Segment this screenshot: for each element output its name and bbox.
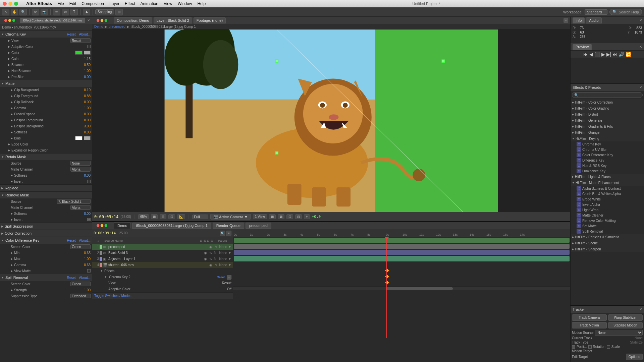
ep-cat-keying-header[interactable]: ▼ HitFilm - Keying [571,135,644,141]
sr-strength-value[interactable]: 1.00 [80,288,91,292]
breadcrumb-precomped[interactable]: precomped [109,25,125,28]
pre-blur-value[interactable]: 0.00 [80,75,91,79]
preview-first[interactable]: ⏮ [583,52,588,57]
ep-cat-color-correction-header[interactable]: ▶ HitFilm - Color Correction [571,99,644,105]
ep-item-light-wrap[interactable]: ⬡ Light Wrap [571,207,644,213]
ep-item-chroma-key[interactable]: ⬡ Chroma Key [571,141,644,147]
tl-close[interactable] [97,224,99,227]
erode-value[interactable]: 0.00 [80,112,91,116]
panel-close[interactable] [4,19,7,21]
tool-camera[interactable]: 📷 [41,9,48,15]
ep-cat-lights-header[interactable]: ▶ HitFilm - Lights & Flares [571,174,644,180]
track-bar-3[interactable] [234,250,570,255]
tracker-scale-check[interactable] [607,345,610,349]
layer-name-4[interactable]: shutter...646.mov [108,263,208,267]
scrollbar-thumb[interactable] [386,287,453,290]
retain-source-select[interactable]: None [70,161,91,166]
camera-btn[interactable]: 📷 Active Camera ▼ [210,214,251,220]
ep-cat-lights-toggle[interactable]: ▶ [572,175,574,178]
panel-maximize[interactable] [12,19,15,21]
remove-mask-header[interactable]: ▼ Remove Mask [0,192,92,198]
retain-invert-check[interactable] [87,180,91,183]
cdk-toggle[interactable]: ▼ [1,239,4,242]
snapping-icon[interactable]: ⊞ [115,9,123,15]
timeline-traffic-lights[interactable] [97,224,107,227]
layer-row-3[interactable]: 3 ▣ Adjustm... Layer 1 ◉ ✎ fx None ▼ [92,256,233,262]
ep-cat-scene-header[interactable]: ▶ HitFilm - Scene [571,240,644,246]
audio-tab[interactable]: Audio [586,17,601,23]
clip-rollback-expand[interactable]: ▶ [11,101,13,104]
layer-switch-4a[interactable]: ◉ [208,263,213,267]
footage-tab[interactable]: Footage: (none) [194,17,226,23]
snapping-toggle[interactable]: Snapping [95,9,114,14]
adaptive-color-check[interactable] [87,45,91,48]
ep-cat-distort-toggle[interactable]: ▶ [572,113,574,116]
timeline-tab-demo[interactable]: Demo [114,223,131,229]
ep-item-crush-b[interactable]: ⬡ Crush B... & Whites Alpha [571,191,644,196]
cdk-screen-select[interactable]: Green [70,244,91,249]
rm-source-select[interactable]: 7. Black Solid 2 [57,199,91,204]
retain-invert-expand[interactable]: ▶ [11,180,13,183]
workspace-select[interactable]: Standard [585,9,608,15]
layer-switch-1a[interactable]: ◉ [208,245,213,249]
ep-cat-keying[interactable]: ▼ HitFilm - Keying ⬡ Chroma Key ⬡ Chroma… [571,135,644,174]
retain-softness-value[interactable]: 0.00 [80,174,91,177]
tool-rotate[interactable]: ⟳ [32,9,39,15]
cdk-reset[interactable]: Reset [67,239,75,242]
layer-search[interactable]: 🔍 [220,231,225,236]
bias-expand[interactable]: ▶ [11,137,13,140]
gain-expand[interactable]: ▶ [8,57,10,60]
layer-parent-1[interactable]: None ▼ [219,245,231,249]
handle-ml[interactable] [275,152,278,154]
ep-item-matte-cleaner[interactable]: ⬡ Matte Cleaner [571,213,644,218]
pre-blur-expand[interactable]: ▶ [8,75,10,78]
layer-row-2[interactable]: 2 ▭ Black Solid 3 ◉ ✎ fx None ▼ [92,250,233,256]
preview-close[interactable]: ✕ [639,45,642,49]
menu-file[interactable]: File [57,1,64,6]
panel-minimize[interactable] [8,19,11,21]
cdk-header[interactable]: ▼ Color Difference Key Reset About... [0,237,92,244]
viewer-maximize[interactable] [105,19,107,21]
layer-tab[interactable]: Layer: Black Solid 2 [154,17,192,23]
layer-switch-4b[interactable]: ✎ [214,263,218,267]
ep-cat-sharpen-toggle[interactable]: ▶ [572,248,574,251]
chroma-key-about[interactable]: About... [79,33,91,36]
maximize-btn[interactable] [14,2,18,6]
retain-mask-toggle[interactable]: ▼ [1,156,4,159]
playhead[interactable] [386,237,387,338]
chroma-key-header[interactable]: ▼ Chroma Key Reset About... [0,31,92,38]
view-btn-2[interactable]: ⊠ [278,214,284,219]
ep-item-remove-color-matting[interactable]: ⬡ Remove Color Matting [571,218,644,223]
tool-pen[interactable]: ✏ [53,9,60,15]
viewer-minimize[interactable] [101,19,103,21]
ep-cat-cg-toggle[interactable]: ▶ [572,107,574,110]
ep-item-spill-removal[interactable]: ⬡ Spill Removal [571,229,644,234]
tool-hand[interactable]: ✋ [11,9,18,15]
hue-balance-expand[interactable]: ▶ [8,69,10,72]
ep-cat-particles-header[interactable]: ▶ HitFilm - Particles & Simulatio [571,234,644,240]
preview-tab[interactable]: Preview [573,44,592,50]
ep-cat-lights[interactable]: ▶ HitFilm - Lights & Flares [571,174,644,180]
layer-parent-2[interactable]: None ▼ [219,251,231,255]
matte-header[interactable]: ▼ Matte [0,80,92,87]
ep-item-hue-rgb-key[interactable]: ⬡ Hue & RGB Key [571,163,644,168]
tracker-close[interactable]: ✕ [639,307,642,311]
edge-color-expand[interactable]: ▶ [8,143,10,146]
ep-cat-generate-header[interactable]: ▶ HitFilm - Generate [571,117,644,123]
timeline-tab-precomped[interactable]: precomped [246,223,271,229]
sr-screen-select[interactable]: Green [70,282,91,286]
toggle-switches[interactable]: Toggle Switches / Modes [94,294,131,298]
menu-animation[interactable]: Animation [141,1,158,6]
ep-list[interactable]: ▶ HitFilm - Color Correction ▶ HitFilm -… [571,99,644,305]
preview-last[interactable]: ⏭ [612,52,617,57]
track-bar-1[interactable] [234,238,570,243]
layer-switch-2a[interactable]: ◉ [203,251,208,255]
edit-target-options-btn[interactable]: Options [626,354,643,360]
adaptive-color-expand[interactable]: ▶ [8,45,10,48]
view-btn-4[interactable]: ⊟ [295,214,302,219]
effects-expand[interactable]: ▼ [100,269,103,273]
layer-name-3[interactable]: Adjustm... Layer 1 [108,257,202,261]
despot-bg-expand[interactable]: ▶ [11,125,13,128]
timeline-timecode[interactable]: 0:00:09:14 [94,231,116,235]
view-btn-5[interactable]: + [304,214,310,219]
